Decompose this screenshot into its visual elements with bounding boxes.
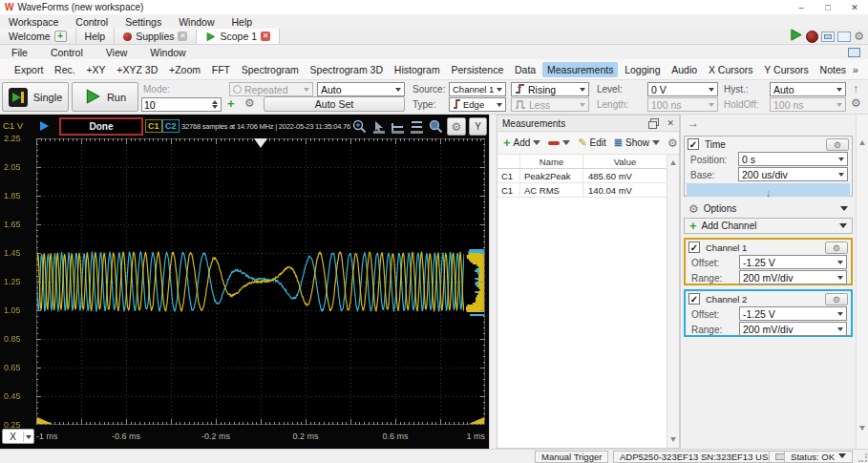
menu-item-window[interactable]: Window bbox=[138, 47, 197, 58]
gear-icon[interactable]: ⚙ bbox=[854, 31, 864, 42]
view-tab-y-cursors[interactable]: Y Cursors bbox=[759, 62, 814, 77]
view-tab-xy[interactable]: +XY bbox=[81, 62, 110, 77]
view-tab-xyz-3d[interactable]: +XYZ 3D bbox=[112, 62, 162, 77]
channel2-badge[interactable]: C2 bbox=[162, 119, 180, 133]
zoom-in-icon[interactable] bbox=[351, 118, 368, 135]
view-tab-fft[interactable]: FFT bbox=[207, 62, 235, 77]
channel2-checkbox[interactable]: ✓ bbox=[688, 293, 700, 305]
run-button[interactable]: Run bbox=[72, 82, 138, 112]
menu-item-control[interactable]: Control bbox=[39, 47, 95, 58]
channel1-badge[interactable]: C1 bbox=[145, 119, 162, 133]
cascade-windows-icon[interactable] bbox=[821, 32, 835, 42]
manual-trigger-button[interactable]: Manual Trigger bbox=[535, 451, 608, 463]
channel1-checkbox[interactable]: ✓ bbox=[688, 242, 700, 253]
menu-item-settings[interactable]: Settings bbox=[116, 16, 170, 28]
run-all-icon[interactable] bbox=[789, 28, 803, 46]
time-checkbox[interactable]: ✓ bbox=[688, 138, 699, 150]
zoom-search-icon[interactable] bbox=[428, 118, 444, 135]
trigger-source-select[interactable]: Channel 1 bbox=[449, 82, 506, 96]
time-position-select[interactable]: 0 s bbox=[738, 152, 848, 166]
time-gear-button[interactable]: ⚙ bbox=[826, 138, 849, 151]
resize-grip[interactable] bbox=[858, 453, 867, 462]
view-tab-data[interactable]: Data bbox=[510, 62, 540, 77]
stop-all-icon[interactable] bbox=[806, 31, 818, 43]
holdoff-select[interactable]: 100 ns bbox=[770, 97, 846, 112]
remove-measurement-button[interactable] bbox=[545, 135, 573, 151]
auto-set-button[interactable]: Auto Set bbox=[264, 96, 405, 112]
view-tab-x-cursors[interactable]: X Cursors bbox=[704, 62, 758, 77]
maximize-button[interactable]: □ bbox=[815, 3, 841, 12]
trigger-level-select[interactable]: 0 V bbox=[647, 82, 718, 96]
buffer-count-stepper[interactable]: 10 bbox=[141, 97, 222, 112]
add-measurement-button[interactable]: +Add bbox=[500, 134, 543, 152]
view-tab-zoom[interactable]: +Zoom bbox=[164, 62, 205, 77]
view-tab-spectrogram-3d[interactable]: Spectrogram 3D bbox=[306, 62, 388, 77]
view-tab-measurements[interactable]: Measurements bbox=[542, 62, 618, 77]
minimize-button[interactable]: – bbox=[788, 3, 815, 12]
menu-item-file[interactable]: File bbox=[0, 47, 39, 58]
scroll-up-icon[interactable] bbox=[670, 158, 676, 165]
close-panel-icon[interactable]: ✕ bbox=[667, 118, 674, 128]
close-tab-icon[interactable]: ✕ bbox=[261, 32, 270, 41]
single-button[interactable]: Single bbox=[2, 82, 69, 112]
x-axis-button[interactable]: X bbox=[2, 429, 34, 444]
pulse-condition-select[interactable]: Less bbox=[511, 97, 589, 112]
menu-item-help[interactable]: Help bbox=[223, 16, 262, 28]
scope-plot-canvas[interactable] bbox=[36, 138, 485, 425]
view-tab-persistence[interactable]: Persistence bbox=[446, 62, 508, 77]
options-row[interactable]: ⚙ Options bbox=[684, 200, 853, 217]
view-tab-export[interactable]: Export bbox=[10, 62, 48, 77]
view-tab-histogram[interactable]: Histogram bbox=[390, 62, 445, 77]
channel2-gear-button[interactable]: ⚙ bbox=[825, 293, 848, 305]
tab-scope-1[interactable]: Scope 1✕ bbox=[197, 29, 280, 44]
measurement-row[interactable]: C1AC RMS140.04 mV bbox=[498, 183, 667, 198]
panel-splitter[interactable] bbox=[489, 115, 497, 449]
hysteresis-select[interactable]: Auto bbox=[770, 82, 846, 96]
edit-measurement-button[interactable]: ✎Edit bbox=[575, 135, 608, 151]
timebase-apply-strip[interactable]: ↓ bbox=[687, 183, 850, 197]
show-measurements-button[interactable]: ≣Show bbox=[611, 135, 663, 151]
channel1-range-select[interactable]: 200 mV/div bbox=[739, 270, 847, 284]
pointer-tool-icon[interactable] bbox=[370, 118, 387, 135]
mode-select[interactable]: Repeated bbox=[229, 82, 313, 96]
acquisition-gear-icon[interactable]: ⚙ bbox=[244, 97, 255, 109]
view-tab-spectrogram[interactable]: Spectrogram bbox=[237, 62, 304, 77]
trigger-condition-select[interactable]: Rising bbox=[511, 82, 589, 96]
view-tab-logging[interactable]: Logging bbox=[620, 62, 665, 77]
view-tab-audio[interactable]: Audio bbox=[667, 62, 702, 77]
vertical-cursor-icon[interactable] bbox=[409, 118, 425, 135]
scroll-down-icon[interactable] bbox=[670, 437, 676, 445]
measurement-row[interactable]: C1Peak2Peak485.60 mV bbox=[498, 169, 667, 183]
trigger-type-select[interactable]: Edge bbox=[449, 97, 506, 112]
view-tab-notes[interactable]: Notes bbox=[815, 62, 851, 77]
tab-help[interactable]: Help bbox=[76, 29, 116, 44]
trigger-length-select[interactable]: 100 ns bbox=[647, 97, 718, 112]
toolbar-overflow-button[interactable]: » bbox=[853, 64, 858, 75]
tab-welcome[interactable]: Welcome+ bbox=[0, 29, 76, 44]
channel1-gear-button[interactable]: ⚙ bbox=[825, 242, 848, 254]
acquisition-done-button[interactable]: Done bbox=[59, 117, 143, 136]
settings-scrollbar[interactable] bbox=[856, 115, 868, 449]
trigger-level-arrow-icon[interactable] bbox=[40, 121, 49, 131]
menu-item-view[interactable]: View bbox=[95, 47, 139, 58]
expand-up-icon[interactable]: ↑ bbox=[853, 82, 858, 95]
time-base-select[interactable]: 200 us/div bbox=[738, 167, 848, 181]
status-select[interactable]: Status: OK bbox=[784, 451, 853, 463]
trigger-gear-icon[interactable]: ⚙ bbox=[851, 97, 861, 109]
trigger-mode-select[interactable]: Auto bbox=[317, 82, 405, 96]
measurements-scrollbar[interactable] bbox=[667, 155, 679, 448]
stepper-arrows-icon[interactable] bbox=[212, 97, 219, 112]
horizontal-cursor-icon[interactable] bbox=[390, 118, 406, 135]
channel1-offset-select[interactable]: -1.25 V bbox=[739, 255, 847, 269]
menu-item-workspace[interactable]: Workspace bbox=[0, 16, 67, 28]
add-acquisition-icon[interactable]: + bbox=[227, 96, 235, 111]
add-channel-row[interactable]: + Add Channel bbox=[684, 218, 853, 234]
scroll-up-icon[interactable] bbox=[859, 137, 865, 145]
y-axis-button[interactable]: Y bbox=[469, 117, 487, 136]
channel2-offset-select[interactable]: -1.25 V bbox=[739, 306, 847, 321]
menu-item-control[interactable]: Control bbox=[67, 16, 116, 28]
scroll-down-icon[interactable] bbox=[859, 426, 865, 433]
channel2-range-select[interactable]: 200 mV/div bbox=[739, 322, 847, 336]
menu-item-window[interactable]: Window bbox=[170, 16, 222, 28]
close-button[interactable]: ✕ bbox=[841, 3, 868, 12]
